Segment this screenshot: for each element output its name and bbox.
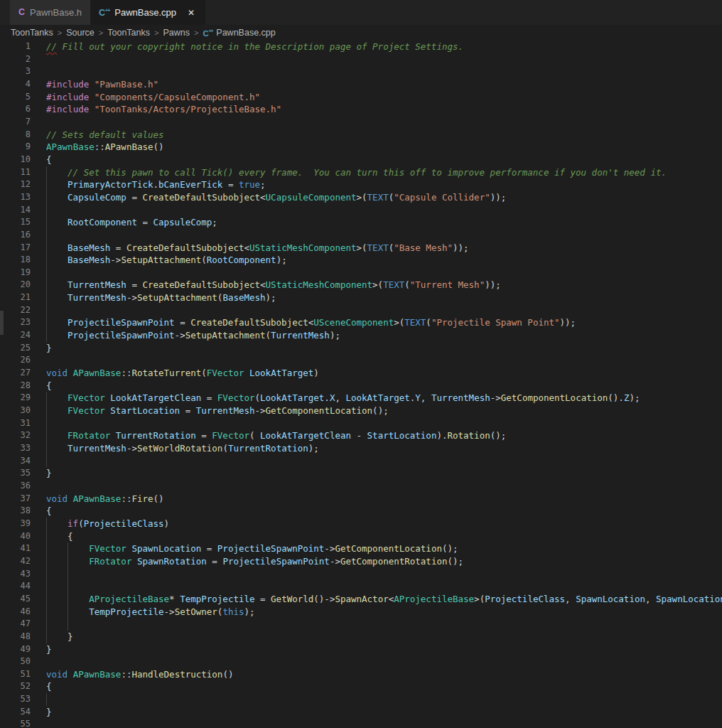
- code-line[interactable]: 44: [0, 580, 722, 593]
- line-number[interactable]: 24: [0, 329, 31, 342]
- line-number[interactable]: 20: [0, 279, 31, 291]
- code-line[interactable]: 47: [0, 618, 722, 631]
- line-number[interactable]: 41: [0, 542, 31, 555]
- line-number[interactable]: 12: [0, 178, 31, 191]
- code-line[interactable]: 8// Sets default values: [0, 129, 722, 141]
- code-line[interactable]: 6#include "ToonTanks/Actors/ProjectileBa…: [0, 103, 722, 116]
- code-line[interactable]: 52{: [0, 680, 722, 693]
- line-number[interactable]: 2: [0, 53, 31, 66]
- line-number[interactable]: 49: [0, 643, 31, 656]
- code-line[interactable]: 40{: [0, 530, 722, 543]
- code-line[interactable]: 14: [0, 204, 722, 217]
- breadcrumb-item-file[interactable]: PawnBase.cpp: [216, 28, 275, 38]
- breadcrumb-item[interactable]: Source: [66, 28, 95, 38]
- line-number[interactable]: 11: [0, 166, 31, 179]
- line-number[interactable]: 5: [0, 91, 31, 104]
- line-number[interactable]: 50: [0, 655, 31, 668]
- code-line[interactable]: 46TempProjectile->SetOwner(this);: [0, 606, 722, 619]
- code-line[interactable]: 16: [0, 229, 722, 242]
- line-number[interactable]: 44: [0, 580, 31, 593]
- code-line[interactable]: 42FRotator SpawnRotation = ProjectileSpa…: [0, 555, 722, 568]
- code-line[interactable]: 9APawnBase::APawnBase(): [0, 141, 722, 154]
- code-line[interactable]: 50: [0, 655, 722, 668]
- code-line[interactable]: 30FVector StartLocation = TurrentMesh->G…: [0, 405, 722, 417]
- code-line[interactable]: 35}: [0, 467, 722, 480]
- code-line[interactable]: 10{: [0, 154, 722, 166]
- code-line[interactable]: 54}: [0, 706, 722, 719]
- line-number[interactable]: 47: [0, 618, 31, 631]
- line-number[interactable]: 30: [0, 405, 31, 417]
- line-number[interactable]: 51: [0, 668, 31, 681]
- line-number[interactable]: 19: [0, 267, 31, 279]
- code-line[interactable]: 49}: [0, 643, 722, 656]
- code-line[interactable]: 45AProjectileBase* TempProjectile = GetW…: [0, 593, 722, 606]
- code-line[interactable]: 48}: [0, 631, 722, 643]
- code-line[interactable]: 34: [0, 455, 722, 468]
- line-number[interactable]: 46: [0, 606, 31, 619]
- line-number[interactable]: 28: [0, 380, 31, 392]
- line-number[interactable]: 48: [0, 631, 31, 643]
- line-number[interactable]: 25: [0, 342, 31, 355]
- line-number[interactable]: 8: [0, 129, 31, 141]
- line-number[interactable]: 52: [0, 680, 31, 693]
- breadcrumb-item[interactable]: ToonTanks: [11, 28, 53, 38]
- line-number[interactable]: 38: [0, 505, 31, 518]
- line-number[interactable]: 15: [0, 216, 31, 229]
- tab-pawnbase-h[interactable]: C PawnBase.h: [10, 0, 90, 25]
- code-line[interactable]: 28{: [0, 380, 722, 392]
- line-number[interactable]: 4: [0, 78, 31, 91]
- code-line[interactable]: 39if(ProjectileClass): [0, 518, 722, 530]
- code-line[interactable]: 37void APawnBase::Fire(): [0, 493, 722, 505]
- line-number[interactable]: 13: [0, 191, 31, 204]
- line-number[interactable]: 22: [0, 304, 31, 317]
- line-number[interactable]: 36: [0, 480, 31, 493]
- line-number[interactable]: 55: [0, 718, 31, 728]
- line-number[interactable]: 6: [0, 103, 31, 116]
- line-number[interactable]: 17: [0, 242, 31, 255]
- code-line[interactable]: 36: [0, 480, 722, 493]
- code-line[interactable]: 18BaseMesh->SetupAttachment(RootComponen…: [0, 254, 722, 267]
- line-number[interactable]: 33: [0, 442, 31, 455]
- line-number[interactable]: 21: [0, 291, 31, 304]
- code-line[interactable]: 31: [0, 417, 722, 430]
- line-number[interactable]: 40: [0, 530, 31, 543]
- code-line[interactable]: 15RootComponent = CapsuleComp;: [0, 216, 722, 229]
- line-number[interactable]: 39: [0, 518, 31, 530]
- code-line[interactable]: 21TurrentMesh->SetupAttachment(BaseMesh)…: [0, 291, 722, 304]
- code-line[interactable]: 11// Set this pawn to call Tick() every …: [0, 166, 722, 179]
- code-line[interactable]: 2: [0, 53, 722, 66]
- code-line[interactable]: 3: [0, 65, 722, 78]
- code-line[interactable]: 55: [0, 718, 722, 728]
- code-line[interactable]: 25}: [0, 342, 722, 355]
- code-line[interactable]: 12PrimaryActorTick.bCanEverTick = true;: [0, 178, 722, 191]
- line-number[interactable]: 35: [0, 467, 31, 480]
- code-line[interactable]: 32FRotator TurrentRotation = FVector( Lo…: [0, 429, 722, 442]
- code-line[interactable]: 51void APawnBase::HandleDestruction(): [0, 668, 722, 681]
- code-line[interactable]: 53: [0, 693, 722, 706]
- line-number[interactable]: 37: [0, 493, 31, 505]
- line-number[interactable]: 9: [0, 141, 31, 154]
- code-line[interactable]: 38{: [0, 505, 722, 518]
- code-line[interactable]: 5#include "Components/CapsuleComponent.h…: [0, 91, 722, 104]
- line-number[interactable]: 1: [0, 41, 31, 53]
- code-line[interactable]: 7: [0, 116, 722, 129]
- code-line[interactable]: 20TurrentMesh = CreateDefaultSubobject<U…: [0, 279, 722, 291]
- line-number[interactable]: 34: [0, 455, 31, 468]
- code-line[interactable]: 19: [0, 267, 722, 279]
- code-line[interactable]: 33TurrentMesh->SetWorldRotation(TurrentR…: [0, 442, 722, 455]
- line-number[interactable]: 3: [0, 65, 31, 78]
- line-number[interactable]: 23: [0, 316, 31, 329]
- breadcrumb-item[interactable]: Pawns: [163, 28, 190, 38]
- line-number[interactable]: 18: [0, 254, 31, 267]
- breadcrumb-item[interactable]: ToonTanks: [107, 28, 150, 38]
- code-line[interactable]: 23ProjectileSpawnPoint = CreateDefaultSu…: [0, 316, 722, 329]
- close-tab-icon[interactable]: ✕: [185, 7, 197, 18]
- line-number[interactable]: 26: [0, 354, 31, 367]
- code-editor[interactable]: 1// Fill out your copyright notice in th…: [0, 41, 722, 728]
- line-number[interactable]: 14: [0, 204, 31, 217]
- code-line[interactable]: 13CapsuleComp = CreateDefaultSubobject<U…: [0, 191, 722, 204]
- code-line[interactable]: 24ProjectileSpawnPoint->SetupAttachment(…: [0, 329, 722, 342]
- line-number[interactable]: 7: [0, 116, 31, 129]
- code-line[interactable]: 26: [0, 354, 722, 367]
- line-number[interactable]: 53: [0, 693, 31, 706]
